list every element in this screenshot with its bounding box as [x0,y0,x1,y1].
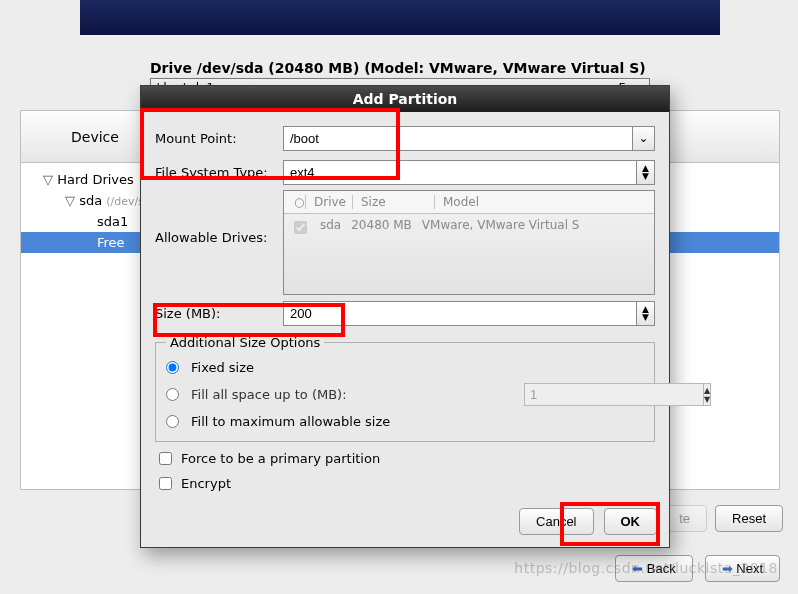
primary-partition-label: Force to be a primary partition [181,451,380,466]
fs-type-spin[interactable]: ▲ ▼ [637,160,655,185]
radio-fill-up-label: Fill all space up to (MB): [191,387,347,402]
radio-fill-max[interactable] [166,415,179,428]
allowable-drives-list[interactable]: ○ Drive Size Model sda 20480 MB VMware, … [283,190,655,295]
drive-summary-label: Drive /dev/sda (20480 MB) (Model: VMware… [150,60,646,76]
drive-row-checkbox[interactable] [294,221,307,234]
drive-list-row[interactable]: sda 20480 MB VMware, VMware Virtual S [284,214,654,241]
watermark: https://blog.csdn.net/lucklsta_2018 [514,560,778,576]
chevron-down-icon: ⌄ [638,131,648,145]
checkbox-encrypt[interactable] [159,477,172,490]
fill-up-spin: ▲ ▼ [704,383,711,406]
size-opts-legend: Additional Size Options [166,335,324,350]
radio-fixed-size[interactable] [166,361,179,374]
drive-row-name: sda [320,218,341,237]
drive-row-size: 20480 MB [351,218,412,237]
radio-fill-max-label: Fill to maximum allowable size [191,414,390,429]
mount-point-input[interactable] [283,126,633,151]
dialog-title: Add Partition [141,86,669,112]
size-spin[interactable]: ▲ ▼ [637,301,655,326]
spin-up-icon: ▲ [704,386,710,395]
additional-size-options: Additional Size Options Fixed size Fill … [155,335,655,442]
hdr-size: Size [355,195,435,209]
size-label: Size (MB): [155,306,275,321]
reset-button[interactable]: Reset [715,505,783,532]
ok-button[interactable]: OK [604,508,658,535]
hdr-model: Model [437,195,650,209]
checkbox-primary-partition[interactable] [159,452,172,465]
window-header-bar [80,0,720,35]
fs-type-select[interactable] [283,160,637,185]
encrypt-label: Encrypt [181,476,231,491]
fs-type-label: File System Type: [155,165,275,180]
radio-fixed-label: Fixed size [191,360,254,375]
fill-up-to-input [524,383,704,406]
radio-fill-up-to[interactable] [166,388,179,401]
drive-list-header: ○ Drive Size Model [284,191,654,214]
spin-down-icon: ▼ [704,395,710,404]
spin-down-icon: ▼ [642,313,649,321]
allowable-drives-label: Allowable Drives: [155,190,275,245]
mount-point-label: Mount Point: [155,131,275,146]
cancel-button[interactable]: Cancel [519,508,593,535]
size-input[interactable] [283,301,637,326]
mount-point-dropdown[interactable]: ⌄ [633,126,655,151]
hdr-check-icon: ○ [288,195,306,209]
add-partition-dialog: Add Partition Mount Point: ⌄ File System… [140,85,670,548]
drive-row-model: VMware, VMware Virtual S [422,218,580,237]
spin-down-icon: ▼ [642,172,649,180]
hdr-drive: Drive [308,195,353,209]
